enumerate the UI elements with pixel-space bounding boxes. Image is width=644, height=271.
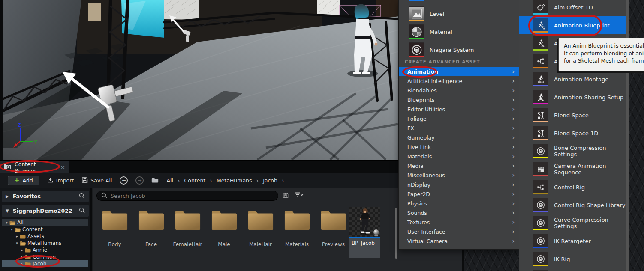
menu-item-editor-utilities[interactable]: Editor Utilities›	[399, 104, 519, 114]
expand-caret-icon[interactable]: ▶	[6, 194, 9, 199]
collapse-caret-icon[interactable]: ▾	[4, 220, 9, 225]
tree-item-metahumans[interactable]: ▾MetaHumans	[2, 240, 88, 247]
back-button[interactable]: ←	[120, 176, 128, 185]
submenu-item-animation-sharing-setup[interactable]: Animation Sharing Setup	[519, 88, 626, 106]
menu-item-media[interactable]: Media›	[399, 161, 519, 170]
submenu-item-control-rig-shape-library[interactable]: Control Rig Shape Library	[519, 196, 626, 214]
forward-button[interactable]: →	[135, 176, 144, 185]
anim-layer-icon	[533, 54, 548, 68]
tree-item-common[interactable]: ▸Common	[2, 253, 88, 260]
level-viewport[interactable]: Z Y	[0, 0, 399, 160]
folder-face[interactable]: Face	[133, 206, 169, 247]
expand-caret-icon[interactable]: ▸	[15, 234, 19, 238]
submenu-item-animation-blueprint[interactable]: Animation Blueprint	[519, 16, 626, 34]
submenu-item-blend-space[interactable]: Blend Space	[519, 106, 626, 124]
level-icon	[409, 6, 424, 21]
submenu-item-ik-rig[interactable]: IK Rig	[519, 250, 626, 268]
menu-item-sounds[interactable]: Sounds›	[399, 208, 519, 217]
menu-item-blendables[interactable]: Blendables›	[399, 86, 519, 95]
collection-section[interactable]: ▼ SiggraphDemo2022	[2, 205, 89, 217]
folder-icon	[175, 210, 201, 233]
save-all-button[interactable]: Save All	[81, 177, 112, 185]
tree-item-content[interactable]: ▾Content	[2, 226, 88, 233]
folder-icon	[320, 210, 347, 233]
filter-icon[interactable]	[294, 192, 304, 200]
cube-icon	[533, 216, 548, 230]
asset-bp-jacob[interactable]: BP_Jacob	[349, 207, 380, 258]
favorites-section[interactable]: ▶ Favorites	[2, 191, 89, 202]
import-button[interactable]: Import	[47, 177, 74, 185]
menu-item-virtual-camera[interactable]: Virtual Camera›	[399, 236, 519, 246]
breadcrumb-all[interactable]: All	[166, 177, 173, 184]
search-input[interactable]	[111, 193, 274, 199]
submenu-item-control-rig[interactable]: Control Rig	[519, 178, 626, 196]
content-browser-tab-bar: Content Browser ×	[0, 161, 464, 173]
breadcrumb: All›Content›MetaHumans›Jacob›	[166, 177, 284, 184]
submenu-item-animation-montage[interactable]: Animation Montage	[519, 70, 626, 88]
menu-item-ndisplay[interactable]: nDisplay›	[399, 180, 519, 189]
add-button[interactable]: + Add	[8, 176, 39, 185]
folder-materials[interactable]: Materials	[279, 206, 315, 247]
breadcrumb-metahumans[interactable]: MetaHumans	[217, 177, 252, 184]
forward-arrow-icon: →	[138, 178, 141, 183]
submenu-item-blend-space-1d[interactable]: Blend Space 1D	[519, 124, 626, 142]
collapse-caret-icon[interactable]: ▾	[9, 227, 14, 232]
axis-z-label: Z	[18, 122, 21, 128]
collapse-caret-icon[interactable]: ▼	[6, 208, 9, 213]
menu-item-foliage[interactable]: Foliage›	[399, 114, 519, 123]
content-browser-panel: Content Browser × + Add Import Save All …	[0, 160, 464, 271]
tree-item-assets[interactable]: ▸Assets	[2, 233, 88, 240]
menu-item-gameplay[interactable]: Gameplay›	[399, 133, 519, 142]
menu-item-level[interactable]: Level	[399, 5, 519, 23]
menu-item-niagara-system[interactable]: Niagara System	[399, 41, 519, 59]
folder-femalehair[interactable]: FemaleHair	[169, 206, 206, 247]
folder-malehair[interactable]: MaleHair	[242, 206, 279, 247]
tree-item-annie[interactable]: ▸Annie	[2, 247, 88, 253]
breadcrumb-content[interactable]: Content	[184, 177, 206, 184]
menu-item-materials[interactable]: Materials›	[399, 152, 519, 161]
menu-item-live-link[interactable]: Live Link›	[399, 142, 519, 152]
favorites-label: Favorites	[13, 193, 75, 200]
anim-sharing-icon	[533, 90, 548, 104]
menu-item-user-interface[interactable]: User Interface›	[399, 227, 519, 236]
menu-item-artificial-intelligence[interactable]: Artificial Intelligence›	[399, 76, 519, 86]
save-search-icon[interactable]	[283, 192, 289, 200]
submenu-item-camera-animation-sequence[interactable]: Camera Animation Sequence	[519, 160, 626, 178]
chevron-right-icon: ›	[512, 125, 515, 131]
menu-item-fx[interactable]: FX›	[399, 123, 519, 133]
folder-male[interactable]: Male	[206, 206, 242, 247]
preview-orb-icon	[373, 229, 379, 235]
menu-item-miscellaneous[interactable]: Miscellaneous›	[399, 170, 519, 180]
submenu-item-ik-retargeter[interactable]: IK Retargeter	[519, 232, 626, 250]
search-bar[interactable]	[96, 191, 278, 201]
vertical-scrollbar[interactable]	[395, 208, 397, 259]
submenu-item-aim-offset-1d[interactable]: Aim Offset 1D	[519, 0, 626, 16]
menu-item-blueprints[interactable]: Blueprints›	[399, 95, 519, 104]
submenu-item-bone-compression-settings[interactable]: Bone Compression Settings	[519, 142, 626, 160]
expand-caret-icon[interactable]: ▸	[20, 248, 24, 252]
expand-caret-icon[interactable]: ▸	[20, 262, 24, 266]
search-icon[interactable]	[79, 207, 85, 215]
folder-icon	[138, 210, 165, 233]
menu-item-textures[interactable]: Textures›	[399, 217, 519, 227]
folder-body[interactable]: Body	[96, 206, 133, 247]
folder-icon	[15, 227, 21, 232]
create-advanced-asset-header: CREATE ADVANCED ASSET	[405, 60, 515, 64]
material-icon	[409, 24, 424, 39]
expand-caret-icon[interactable]: ▸	[20, 255, 24, 259]
submenu-item-curve-compression-settings[interactable]: Curve Compression Settings	[519, 214, 626, 232]
content-browser-tab[interactable]: Content Browser ×	[0, 161, 69, 173]
breadcrumb-separator-icon: ›	[178, 177, 180, 184]
tab-close-icon[interactable]: ×	[60, 164, 65, 170]
collapse-caret-icon[interactable]: ▾	[15, 241, 19, 245]
tree-item-all[interactable]: ▾All	[2, 219, 88, 226]
breadcrumb-jacob[interactable]: Jacob	[263, 177, 277, 184]
tree-item-jacob[interactable]: ▸Jacob	[2, 260, 88, 267]
menu-item-animation[interactable]: Animation›	[399, 67, 519, 76]
menu-item-material[interactable]: Material	[399, 23, 519, 41]
menu-item-paper2d[interactable]: Paper2D›	[399, 189, 519, 199]
content-browser-toolbar: + Add Import Save All ← → All›Content›Me…	[0, 173, 464, 188]
folder-previews[interactable]: Previews	[315, 206, 352, 247]
search-icon[interactable]	[79, 192, 85, 200]
menu-item-physics[interactable]: Physics›	[399, 199, 519, 208]
